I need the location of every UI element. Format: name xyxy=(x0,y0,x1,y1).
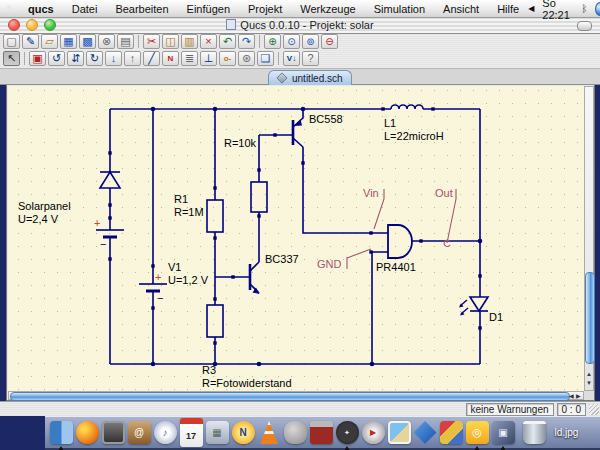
rotate-cw-button[interactable]: ↻ xyxy=(86,51,103,66)
gnd-wire-label[interactable]: GND xyxy=(317,258,342,270)
zoom-in-button[interactable]: ⊕ xyxy=(264,34,281,49)
whats-this-button[interactable]: ? xyxy=(302,51,319,66)
insert-wire-button[interactable]: ╱ xyxy=(143,51,160,66)
v1-name-label[interactable]: V1 xyxy=(168,261,181,273)
tab-untitled-sch[interactable]: untitled.sch xyxy=(268,70,352,85)
dock-gauge-icon[interactable]: ✦ xyxy=(336,421,359,444)
new-document-button[interactable]: ▢ xyxy=(3,34,20,49)
toolbar-toggle-capsule[interactable] xyxy=(577,21,592,31)
r10k-resistor-body[interactable] xyxy=(251,182,267,212)
save-button[interactable]: ▦ xyxy=(60,34,77,49)
save-all-button[interactable]: ▩ xyxy=(79,34,96,49)
dock-trash-icon[interactable] xyxy=(523,421,546,444)
dock-ical-icon[interactable]: 17 xyxy=(180,418,203,447)
bc558-transistor-symbol[interactable] xyxy=(293,109,303,147)
schematic-drawing[interactable]: Solarpanel U=2,4 V V1 U=1,2 V R1 R=1M R=… xyxy=(8,86,584,391)
dock-photo-icon[interactable] xyxy=(388,421,411,444)
dock-dvd-player-icon[interactable]: ▶ xyxy=(362,421,385,444)
r3-name-label[interactable]: R3 xyxy=(202,364,216,376)
solarpanel-value-label[interactable]: U=2,4 V xyxy=(18,213,59,225)
r1-resistor-body[interactable] xyxy=(207,200,223,232)
dock-firefox-icon[interactable] xyxy=(76,421,99,444)
menu-app-name[interactable]: qucs xyxy=(19,3,63,15)
bluetooth-icon[interactable]: ᛒ xyxy=(581,3,587,14)
solarpanel-source-symbol[interactable] xyxy=(96,230,124,237)
delete-button[interactable]: × xyxy=(200,34,217,49)
pr4401-name-label[interactable]: PR4401 xyxy=(376,261,416,273)
out-wire-label[interactable]: Out xyxy=(435,187,453,199)
dock-screenshot-icon[interactable]: ▣ xyxy=(492,421,515,444)
bc337-name-label[interactable]: BC337 xyxy=(265,253,299,265)
schematic-canvas[interactable]: Solarpanel U=2,4 V V1 U=1,2 V R1 R=1M R=… xyxy=(8,86,584,391)
dock-image-capture-icon[interactable] xyxy=(284,421,307,444)
pr4401-ic-symbol[interactable] xyxy=(388,225,412,258)
cut-button[interactable]: ✂ xyxy=(143,34,160,49)
dock-color-folders-icon[interactable] xyxy=(440,421,463,444)
menu-ansicht[interactable]: Ansicht xyxy=(434,3,488,15)
menu-bearbeiten[interactable]: Bearbeiten xyxy=(106,3,177,15)
horizontal-scrollbar[interactable]: ◀ ▶ xyxy=(8,391,584,400)
r1-name-label[interactable]: R1 xyxy=(174,193,188,205)
volume-icon[interactable]: ◀ xyxy=(528,4,534,13)
resize-grip[interactable] xyxy=(589,404,599,415)
bc558-name-label[interactable]: BC558 xyxy=(309,113,343,125)
insert-equation-button[interactable]: ≣ xyxy=(181,51,198,66)
close-file-button[interactable]: ⊗ xyxy=(98,34,115,49)
edit-properties-button[interactable]: ▣ xyxy=(29,51,46,66)
dock-keychain-lock-icon[interactable] xyxy=(310,421,333,444)
redo-button[interactable]: ↷ xyxy=(238,34,255,49)
undo-button[interactable]: ↶ xyxy=(219,34,236,49)
move-down-button[interactable]: ↓ xyxy=(105,51,122,66)
dock-address-book-icon[interactable]: @ xyxy=(128,421,151,444)
vertical-scrollbar[interactable]: ▲ ▼ xyxy=(584,86,594,391)
d1-name-label[interactable]: D1 xyxy=(489,311,503,323)
bc337-transistor-symbol[interactable] xyxy=(250,262,260,294)
menu-clock[interactable]: So 22:21 xyxy=(542,0,573,21)
l1-value-label[interactable]: L=22microH xyxy=(384,130,444,142)
dock-neooffice-icon[interactable]: N xyxy=(232,421,255,444)
zoom-fit-button[interactable]: ⊚ xyxy=(302,34,319,49)
zoom-1-1-button[interactable]: ⊙ xyxy=(283,34,300,49)
simulate-button[interactable]: ⊛ xyxy=(238,51,255,66)
menu-hilfe[interactable]: Hilfe xyxy=(488,3,528,15)
mirror-x-button[interactable]: ⇵ xyxy=(67,51,84,66)
menu-werkzeuge[interactable]: Werkzeuge xyxy=(291,3,364,15)
l1-inductor-coil[interactable] xyxy=(391,105,423,109)
solarpanel-diode-symbol[interactable] xyxy=(100,172,120,188)
select-tool-button[interactable]: ↖ xyxy=(3,51,20,66)
vertical-scroll-thumb[interactable] xyxy=(585,272,595,364)
open-file-button[interactable]: ▱ xyxy=(41,34,58,49)
rotate-ccw-button[interactable]: ↺ xyxy=(48,51,65,66)
circuit-wires[interactable] xyxy=(110,105,480,364)
insert-port-button[interactable]: o- xyxy=(219,51,236,66)
insert-ground-button[interactable]: ⊥ xyxy=(200,51,217,66)
r3-value-label[interactable]: R=Fotowiderstand xyxy=(202,377,292,389)
last-component-button[interactable]: V↓ xyxy=(283,51,300,66)
menu-simulation[interactable]: Simulation xyxy=(365,3,434,15)
dock-preview-icon[interactable] xyxy=(102,421,125,444)
dock-vlc-cone-icon[interactable] xyxy=(258,421,281,444)
r3-resistor-body[interactable] xyxy=(207,305,223,337)
r10k-value-label[interactable]: R=10k xyxy=(224,137,257,149)
blue-orb-icon[interactable] xyxy=(595,2,600,16)
scroll-up-icon[interactable]: ▲ xyxy=(586,370,592,379)
l1-name-label[interactable]: L1 xyxy=(384,117,396,129)
data-display-button[interactable]: ❏ xyxy=(257,51,274,66)
zoom-out-button[interactable]: ⊖ xyxy=(321,34,338,49)
scroll-down-icon[interactable]: ▼ xyxy=(586,379,592,388)
dock-blue-gem-icon[interactable] xyxy=(414,421,437,444)
menu-projekt[interactable]: Projekt xyxy=(239,3,291,15)
horizontal-scroll-thumb[interactable] xyxy=(10,392,570,401)
dock-qucs-icon[interactable]: ◎ xyxy=(466,421,489,444)
scroll-left-icon[interactable]: ◀ xyxy=(569,392,574,401)
new-text-button[interactable]: ✎ xyxy=(22,34,39,49)
paste-button[interactable]: ▥ xyxy=(181,34,198,49)
dock-calculator-icon[interactable]: ▦ xyxy=(206,421,229,444)
r1-value-label[interactable]: R=1M xyxy=(174,206,204,218)
window-title-bar[interactable]: Qucs 0.0.10 - Projekt: solar xyxy=(0,17,600,34)
dock-itunes-icon[interactable]: ♪ xyxy=(154,421,177,444)
d1-led-symbol[interactable] xyxy=(459,297,488,316)
insert-label-button[interactable]: N xyxy=(162,51,179,66)
print-button[interactable]: ▤ xyxy=(117,34,134,49)
solarpanel-name-label[interactable]: Solarpanel xyxy=(18,200,71,212)
